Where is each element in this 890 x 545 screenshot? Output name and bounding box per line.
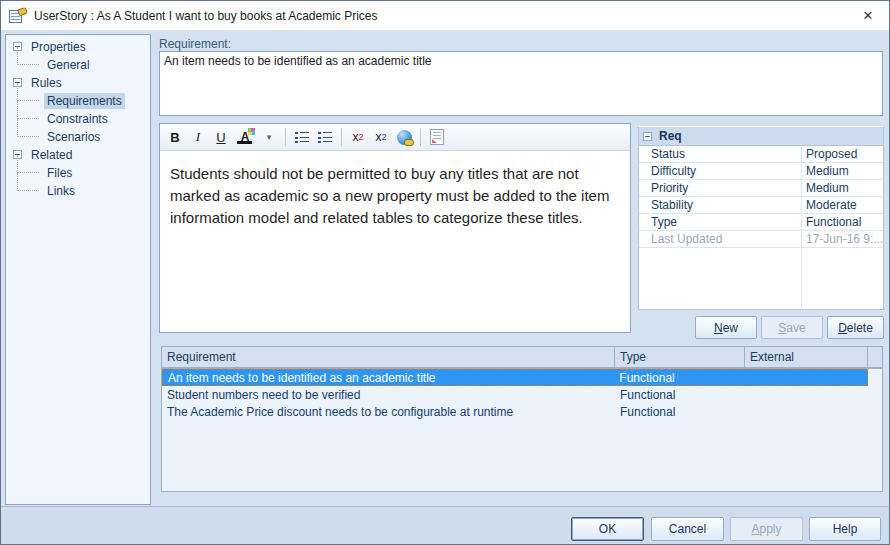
userstory-icon <box>9 8 27 24</box>
collapse-icon[interactable] <box>643 132 652 141</box>
column-header-requirement[interactable]: Requirement <box>162 347 615 367</box>
globe-link-icon <box>397 130 412 145</box>
requirement-input[interactable]: An item needs to be identified as an aca… <box>159 51 883 116</box>
delete-button[interactable]: Delete <box>827 316 884 339</box>
color-swatch-icon <box>248 128 255 135</box>
nav-tree: Properties General Rules Requirements Co… <box>5 34 151 505</box>
notes-text[interactable]: Students should not be permitted to buy … <box>160 151 630 240</box>
property-row-stability[interactable]: Stability Moderate <box>639 197 883 214</box>
tree-item-rules[interactable]: Rules <box>6 74 150 92</box>
req-property-grid: Req Status Proposed Difficulty Medium Pr… <box>638 126 884 310</box>
italic-button[interactable]: I <box>188 127 208 147</box>
property-group-title: Req <box>659 129 682 143</box>
notes-editor: B I U A ▾ x2 x2 Students <box>159 123 631 333</box>
tree-item-constraints[interactable]: Constraints <box>6 110 150 128</box>
tree-item-related[interactable]: Related <box>6 146 150 164</box>
tree-item-scenarios[interactable]: Scenarios <box>6 128 150 146</box>
property-row-difficulty[interactable]: Difficulty Medium <box>639 163 883 180</box>
property-row-type[interactable]: Type Functional <box>639 214 883 231</box>
hyperlink-button[interactable] <box>394 127 414 147</box>
window-title: UserStory : As A Student I want to buy b… <box>34 9 378 23</box>
bullet-list-button[interactable] <box>292 127 312 147</box>
tree-item-requirements[interactable]: Requirements <box>6 92 150 110</box>
requirement-label: Requirement: <box>159 37 231 51</box>
editor-toolbar: B I U A ▾ x2 x2 <box>160 124 630 151</box>
underline-button[interactable]: U <box>211 127 231 147</box>
bold-button[interactable]: B <box>165 127 185 147</box>
font-color-dropdown-icon[interactable]: ▾ <box>259 127 279 147</box>
tree-item-properties[interactable]: Properties <box>6 38 150 56</box>
font-color-button[interactable]: A <box>234 127 256 147</box>
ok-button[interactable]: OK <box>571 517 644 541</box>
help-button[interactable]: Help <box>809 517 881 541</box>
table-header: Requirement Type External <box>162 347 882 369</box>
superscript-button[interactable]: x2 <box>348 127 368 147</box>
subscript-button[interactable]: x2 <box>371 127 391 147</box>
column-header-spare <box>868 347 882 367</box>
property-row-priority[interactable]: Priority Medium <box>639 180 883 197</box>
tree-item-general[interactable]: General <box>6 56 150 74</box>
dialog-window: UserStory : As A Student I want to buy b… <box>0 0 890 545</box>
table-row[interactable]: Student numbers need to be verified Func… <box>162 386 882 403</box>
requirements-table: Requirement Type External An item needs … <box>161 346 883 492</box>
tree-item-files[interactable]: Files <box>6 164 150 182</box>
numbered-list-button[interactable] <box>315 127 335 147</box>
document-icon <box>430 129 444 145</box>
titlebar: UserStory : As A Student I want to buy b… <box>1 1 889 31</box>
property-row-status[interactable]: Status Proposed <box>639 146 883 163</box>
cancel-button[interactable]: Cancel <box>651 517 724 541</box>
table-row[interactable]: The Academic Price discount needs to be … <box>162 403 882 420</box>
save-button[interactable]: Save <box>761 316 823 339</box>
property-row-last-updated: Last Updated 17-Jun-16 9:... <box>639 231 883 248</box>
close-icon[interactable]: ✕ <box>855 5 881 27</box>
new-button[interactable]: New <box>695 316 757 339</box>
column-header-external[interactable]: External <box>745 347 868 367</box>
tree-item-links[interactable]: Links <box>6 182 150 200</box>
table-row[interactable]: An item needs to be identified as an aca… <box>162 369 868 386</box>
notes-document-button[interactable] <box>427 127 447 147</box>
column-header-type[interactable]: Type <box>615 347 745 367</box>
property-group-header[interactable]: Req <box>639 127 883 146</box>
apply-button[interactable]: Apply <box>730 517 803 541</box>
footer-bar: OK Cancel Apply Help <box>1 506 889 545</box>
